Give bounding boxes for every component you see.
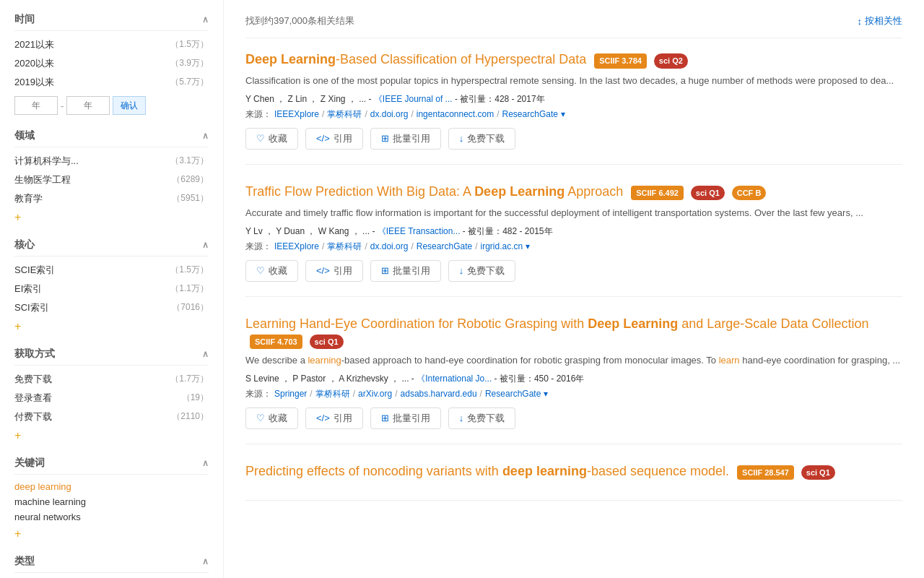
collect-label: 收藏	[269, 132, 287, 145]
sort-button[interactable]: ↕ 按相关性	[858, 14, 903, 27]
time-2020-label[interactable]: 2020以来	[14, 57, 54, 70]
source-dropdown-icon[interactable]: ▾	[544, 389, 548, 399]
source-dxdoi[interactable]: dx.doi.org	[370, 241, 409, 251]
access-login-label[interactable]: 登录查看	[14, 392, 52, 405]
source-sep: /	[480, 389, 482, 399]
batch-cite-button[interactable]: ⊞ 批量引用	[370, 407, 441, 429]
quote-icon: </>	[316, 265, 330, 276]
source-dxdoi[interactable]: dx.doi.org	[370, 109, 409, 119]
paper-journal[interactable]: 《IEEE Journal of ...	[374, 94, 453, 104]
batch-cite-button[interactable]: ⊞ 批量引用	[370, 260, 441, 282]
source-springer[interactable]: Springer	[274, 389, 307, 399]
keyword-machine-learning[interactable]: machine learning	[14, 496, 86, 507]
source-irgrid[interactable]: irgrid.ac.cn	[481, 241, 523, 251]
free-download-button[interactable]: ↓ 免费下载	[448, 407, 516, 429]
source-zhangqiao[interactable]: 掌桥科研	[315, 388, 350, 400]
sidebar-keyword-label: 关键词	[14, 457, 45, 470]
access-free-label[interactable]: 免费下载	[14, 373, 52, 386]
badge-sci: sci Q1	[310, 335, 344, 350]
chevron-up-icon[interactable]: ∧	[202, 458, 209, 468]
abstract-highlight: learn	[719, 355, 740, 366]
source-sep: /	[365, 241, 367, 251]
source-sep: /	[411, 109, 413, 119]
domain-edu-label[interactable]: 教育学	[14, 192, 43, 205]
cite-button[interactable]: </> 引用	[305, 407, 363, 429]
sources-label: 来源：	[245, 241, 271, 253]
domain-cs-label[interactable]: 计算机科学与...	[14, 155, 79, 168]
keyword-deep-learning[interactable]: deep learning	[14, 481, 71, 492]
source-ieeexplore[interactable]: IEEEXplore	[274, 109, 319, 119]
list-item: 登录查看 （19）	[14, 389, 209, 407]
core-ei-label[interactable]: EI索引	[14, 282, 42, 296]
time-2021-label[interactable]: 2021以来	[14, 38, 54, 51]
year-confirm-button[interactable]: 确认	[113, 96, 146, 115]
batch-cite-button[interactable]: ⊞ 批量引用	[370, 128, 441, 150]
paper-actions: ♡ 收藏 </> 引用 ⊞ 批量引用 ↓ 免费下载	[245, 260, 902, 282]
source-dropdown-icon[interactable]: ▾	[561, 109, 565, 119]
download-icon: ↓	[459, 413, 464, 423]
source-ingenta[interactable]: ingentaconnect.com	[417, 109, 494, 119]
paper-title-link[interactable]: Learning Hand-Eye Coordination for Robot…	[245, 316, 868, 331]
core-sci-label[interactable]: SCI索引	[14, 301, 49, 314]
chevron-up-icon[interactable]: ∧	[202, 14, 209, 25]
source-zhangqiao[interactable]: 掌桥科研	[327, 108, 362, 121]
badge-sci: sci Q2	[654, 53, 688, 69]
source-ieeexplore[interactable]: IEEEXplore	[274, 241, 319, 251]
core-sci-count: （7016）	[172, 301, 209, 314]
source-researchgate[interactable]: ResearchGate	[502, 109, 558, 119]
list-item: 生物医学工程 （6289）	[14, 171, 209, 189]
source-adsabs[interactable]: adsabs.harvard.edu	[401, 389, 477, 399]
chevron-up-icon[interactable]: ∧	[202, 349, 209, 359]
source-sep: /	[475, 241, 477, 251]
list-item: 2021以来 （1.5万）	[14, 35, 209, 54]
free-download-button[interactable]: ↓ 免费下载	[448, 260, 516, 282]
paper-journal[interactable]: 《IEEE Transaction...	[378, 226, 461, 236]
cite-button[interactable]: </> 引用	[305, 128, 363, 150]
domain-bio-label[interactable]: 生物医学工程	[14, 173, 71, 186]
domain-plus[interactable]: +	[14, 211, 209, 224]
sidebar-section-time: 时间 ∧ 2021以来 （1.5万） 2020以来 （3.9万） 2019以来 …	[14, 7, 209, 115]
paper-title-link[interactable]: Traffic Flow Prediction With Big Data: A…	[245, 184, 627, 199]
sidebar-core-label: 核心	[14, 238, 35, 251]
time-2019-label[interactable]: 2019以来	[14, 76, 54, 89]
core-plus[interactable]: +	[14, 320, 209, 333]
sidebar-section-access: 获取方式 ∧ 免费下载 （1.7万） 登录查看 （19） 付费下载 （2110）…	[14, 342, 209, 442]
keyword-plus[interactable]: +	[14, 527, 209, 540]
source-arxiv[interactable]: arXiv.org	[358, 389, 392, 399]
paper-abstract: We describe a learning-based approach to…	[245, 353, 902, 368]
collect-button[interactable]: ♡ 收藏	[245, 128, 298, 150]
year-start-input[interactable]	[14, 96, 58, 115]
keyword-neural-networks[interactable]: neural networks	[14, 512, 81, 522]
source-dropdown-icon[interactable]: ▾	[526, 241, 530, 251]
chevron-up-icon[interactable]: ∧	[202, 240, 209, 250]
source-sep: /	[365, 109, 367, 119]
sources-label: 来源：	[245, 388, 271, 400]
chevron-up-icon[interactable]: ∧	[202, 131, 209, 141]
free-download-button[interactable]: ↓ 免费下载	[448, 128, 516, 150]
cite-label: 引用	[334, 132, 352, 145]
cite-button[interactable]: </> 引用	[305, 260, 363, 282]
sidebar-time-label: 时间	[14, 13, 35, 26]
paper-title-link[interactable]: Deep Learning-Based Classification of Hy…	[245, 52, 590, 66]
paper-card: Traffic Flow Prediction With Big Data: A…	[245, 182, 902, 297]
paper-title-link[interactable]: Predicting effects of noncoding variants…	[245, 464, 733, 478]
year-end-input[interactable]	[66, 96, 110, 115]
sidebar-domain-label: 领域	[14, 129, 35, 142]
collect-button[interactable]: ♡ 收藏	[245, 407, 298, 429]
paper-title-row: Predicting effects of noncoding variants…	[245, 462, 902, 481]
collect-button[interactable]: ♡ 收藏	[245, 260, 298, 282]
access-paid-label[interactable]: 付费下载	[14, 410, 52, 423]
source-researchgate[interactable]: ResearchGate	[417, 241, 472, 251]
list-item: machine learning	[14, 494, 209, 509]
batch-cite-label: 批量引用	[393, 412, 430, 425]
sidebar-domain-header: 领域 ∧	[14, 124, 209, 147]
paper-journal[interactable]: 《International Jo...	[417, 374, 492, 384]
paper-year: 2016年	[557, 374, 585, 384]
access-plus[interactable]: +	[14, 429, 209, 442]
source-zhangqiao[interactable]: 掌桥科研	[327, 241, 362, 253]
list-item: 教育学 （5951）	[14, 189, 209, 208]
sources-label: 来源：	[245, 108, 271, 121]
chevron-up-icon[interactable]: ∧	[202, 556, 209, 566]
source-researchgate[interactable]: ResearchGate	[485, 389, 541, 399]
core-scie-label[interactable]: SCIE索引	[14, 264, 55, 277]
